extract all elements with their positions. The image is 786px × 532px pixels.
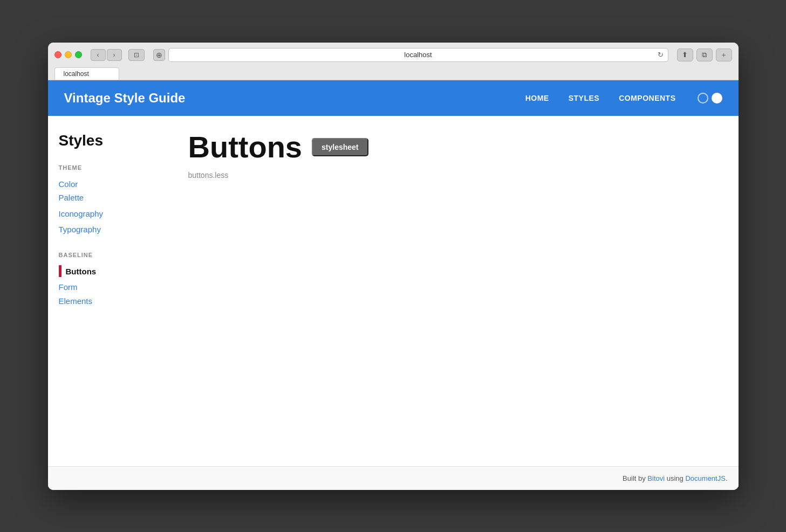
address-bar-container: ⊕ localhost ↻ — [153, 48, 668, 62]
sidebar-link-buttons-active[interactable]: Buttons — [59, 265, 156, 279]
forward-button[interactable]: › — [107, 49, 122, 61]
nav-link-home[interactable]: HOME — [525, 94, 549, 102]
browser-footer: Built by Bitovi using DocumentJS. — [48, 466, 739, 490]
active-tab[interactable]: localhost — [54, 67, 119, 80]
browser-titlebar: ‹ › ⊡ ⊕ localhost ↻ ⬆ ⧉ ＋ — [54, 48, 732, 62]
content-title: Buttons — [188, 132, 303, 162]
minimize-button[interactable] — [65, 51, 72, 58]
main-content: Buttons stylesheet buttons.less — [167, 116, 739, 466]
address-bar[interactable]: localhost ↻ — [168, 48, 668, 62]
sidebar-section-theme: THEME — [59, 164, 156, 171]
nav-toggle — [698, 93, 722, 103]
sidebar-buttons-label: Buttons — [66, 265, 97, 279]
url-text: localhost — [404, 51, 432, 59]
browser-window: ‹ › ⊡ ⊕ localhost ↻ ⬆ ⧉ ＋ localhost — [48, 43, 739, 490]
nav-link-styles[interactable]: STYLES — [569, 94, 599, 102]
toggle-off-icon[interactable] — [698, 93, 708, 103]
top-nav: Vintage Style Guide HOME STYLES COMPONEN… — [48, 80, 739, 116]
sidebar-theme-links: ColorPalette Iconography Typography — [59, 177, 156, 237]
footer-link-documentjs[interactable]: DocumentJS — [685, 474, 725, 482]
tab-label: localhost — [64, 70, 89, 78]
new-tab-button[interactable]: ⧉ — [696, 49, 713, 61]
traffic-lights — [54, 51, 82, 58]
footer-text-between: using — [665, 474, 685, 482]
footer-link-bitovi[interactable]: Bitovi — [647, 474, 665, 482]
maximize-button[interactable] — [75, 51, 82, 58]
sidebar-toggle-button[interactable]: ⊡ — [128, 49, 145, 61]
close-button[interactable] — [54, 51, 61, 58]
back-button[interactable]: ‹ — [91, 49, 106, 61]
sidebar-section-baseline: BASELINE — [59, 252, 156, 258]
browser-actions: ⬆ ⧉ ＋ — [677, 49, 732, 61]
footer-text-after: . — [726, 474, 728, 482]
nav-buttons: ‹ › — [91, 49, 122, 61]
app-wrapper: Vintage Style Guide HOME STYLES COMPONEN… — [48, 80, 739, 490]
content-header: Buttons stylesheet — [188, 132, 717, 162]
share-button[interactable]: ⬆ — [677, 49, 693, 61]
stylesheet-badge-button[interactable]: stylesheet — [312, 138, 368, 156]
browser-chrome: ‹ › ⊡ ⊕ localhost ↻ ⬆ ⧉ ＋ localhost — [48, 43, 739, 80]
stylesheet-file: buttons.less — [188, 171, 717, 179]
sidebar-link-iconography[interactable]: Iconography — [59, 207, 156, 221]
site-title: Vintage Style Guide — [64, 91, 525, 106]
add-button[interactable]: ＋ — [716, 49, 732, 61]
footer-text-before: Built by — [623, 474, 647, 482]
active-indicator — [59, 265, 61, 277]
sidebar: Styles THEME ColorPalette Iconography Ty… — [48, 116, 167, 466]
sidebar-baseline-links: Buttons FormElements — [59, 265, 156, 308]
sidebar-link-typography[interactable]: Typography — [59, 223, 156, 237]
nav-link-components[interactable]: COMPONENTS — [619, 94, 675, 102]
main-layout: Styles THEME ColorPalette Iconography Ty… — [48, 116, 739, 466]
toggle-on-icon[interactable] — [712, 93, 722, 103]
browser-tab-bar: localhost — [54, 67, 732, 80]
sidebar-heading: Styles — [59, 132, 156, 149]
add-tab-button[interactable]: ⊕ — [153, 49, 165, 61]
nav-links: HOME STYLES COMPONENTS — [525, 94, 676, 102]
sidebar-link-color-palette[interactable]: ColorPalette — [59, 177, 156, 205]
sidebar-link-form-elements[interactable]: FormElements — [59, 280, 156, 308]
refresh-button[interactable]: ↻ — [658, 51, 664, 59]
